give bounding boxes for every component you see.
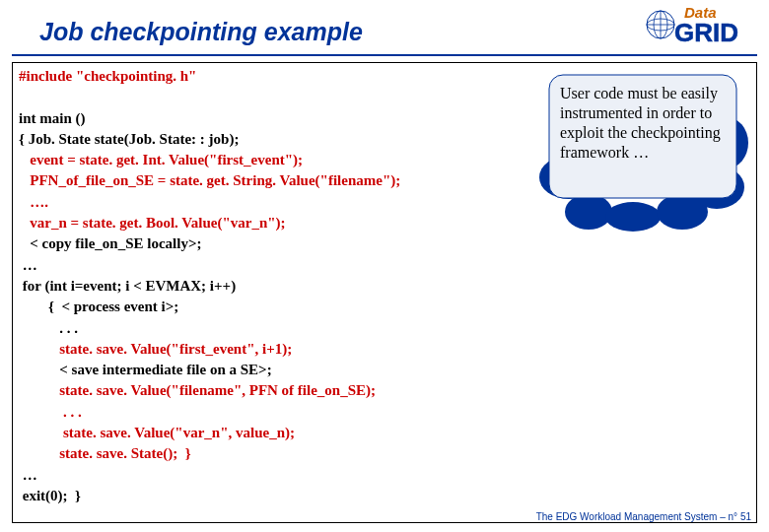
code-line: state. save. Value("filename", PFN of fi…: [19, 382, 376, 398]
svg-point-6: [565, 194, 612, 230]
code-line: state. save. Value("var_n", value_n);: [19, 425, 295, 440]
callout-bubble: User code must be easily instrumented in…: [534, 69, 749, 232]
code-line: < copy file_on_SE locally>;: [19, 235, 201, 251]
code-line: < save intermediate file on a SE>;: [19, 362, 272, 377]
code-line: …: [19, 257, 37, 273]
slide-footer: The EDG Workload Management System – n° …: [536, 511, 751, 522]
svg-point-7: [605, 202, 661, 232]
code-line: var_n = state. get. Bool. Value("var_n")…: [19, 215, 286, 231]
code-line: state. save. State(); }: [19, 445, 191, 461]
logo-grid-text: GRID: [674, 18, 738, 45]
code-line: { < process event i>;: [19, 299, 178, 314]
datagrid-logo: Data GRID: [645, 4, 751, 45]
code-line: for (int i=event; i < EVMAX; i++): [19, 278, 236, 294]
code-line: . . .: [19, 404, 82, 420]
code-line: event = state. get. Int. Value("first_ev…: [19, 152, 303, 167]
code-line: …: [19, 467, 37, 483]
slide-title: Job checkpointing example: [39, 18, 363, 46]
code-line: ….: [19, 194, 48, 210]
title-underline: [12, 54, 757, 56]
code-line: PFN_of_file_on_SE = state. get. String. …: [19, 172, 400, 188]
callout-text: User code must be easily instrumented in…: [560, 84, 733, 163]
code-line: . . .: [19, 320, 78, 336]
logo-globe-icon: [647, 11, 674, 38]
code-line: exit(0); }: [19, 488, 81, 503]
code-line: state. save. Value("first_event", i+1);: [19, 341, 292, 357]
code-line: { Job. State state(Job. State: : job);: [19, 131, 239, 147]
code-line: int main (): [19, 110, 86, 126]
code-line: #include "checkpointing. h": [19, 68, 196, 84]
